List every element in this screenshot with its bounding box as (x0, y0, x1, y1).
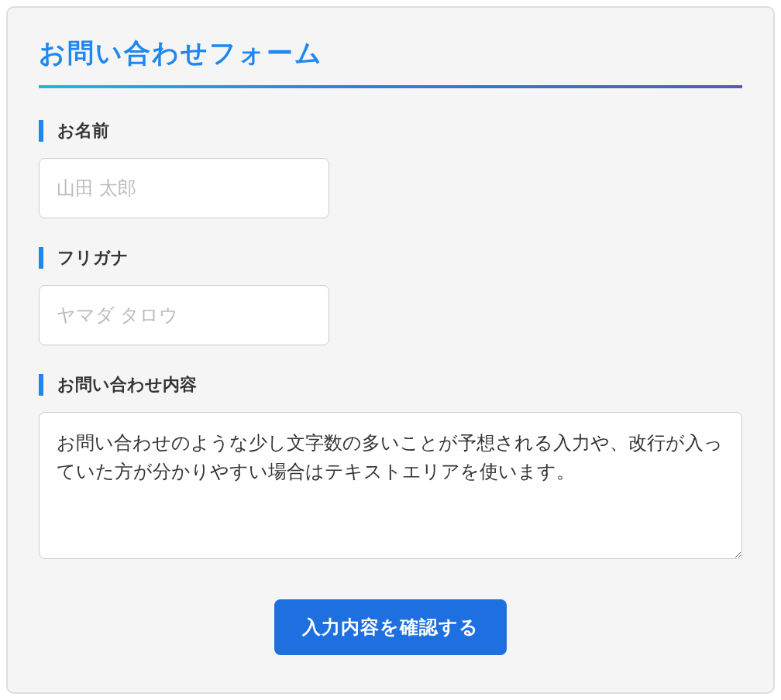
label-row-inquiry: お問い合わせ内容 (39, 373, 742, 396)
label-name: お名前 (57, 119, 109, 142)
furigana-input[interactable] (39, 285, 329, 345)
label-inquiry: お問い合わせ内容 (57, 373, 197, 396)
accent-bar-icon (39, 120, 43, 142)
inquiry-textarea[interactable] (39, 412, 742, 559)
accent-bar-icon (39, 374, 43, 396)
field-inquiry: お問い合わせ内容 (39, 373, 742, 562)
label-row-furigana: フリガナ (39, 246, 742, 269)
name-input[interactable] (39, 158, 329, 218)
accent-bar-icon (39, 247, 43, 269)
form-title: お問い合わせフォーム (39, 36, 742, 88)
submit-row: 入力内容を確認する (39, 599, 742, 655)
label-furigana: フリガナ (57, 246, 129, 269)
confirm-button[interactable]: 入力内容を確認する (274, 599, 507, 655)
field-name: お名前 (39, 119, 742, 218)
label-row-name: お名前 (39, 119, 742, 142)
field-furigana: フリガナ (39, 246, 742, 345)
contact-form-card: お問い合わせフォーム お名前 フリガナ お問い合わせ内容 入力内容を確認する (6, 6, 775, 694)
